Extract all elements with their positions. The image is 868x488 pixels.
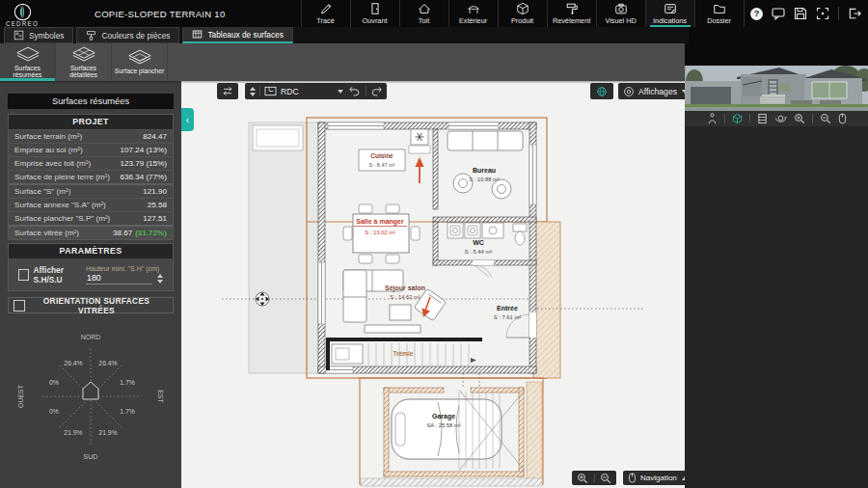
symbols-icon <box>14 30 24 41</box>
north-arrow <box>416 157 424 183</box>
orbit-button[interactable] <box>774 113 787 124</box>
room-label-bureau[interactable]: Bureau S : 10.88 m² <box>469 167 500 182</box>
floor-plan-canvas[interactable]: Cuisine S : 8.47 m² Bureau S : 10.88 m² … <box>181 81 685 488</box>
zoom-in-button[interactable] <box>577 473 588 484</box>
floor-stepper[interactable] <box>250 87 256 96</box>
stairs-direction-arrow <box>471 358 476 363</box>
undo-redo-group <box>344 83 387 99</box>
help-button[interactable]: ? <box>750 8 763 20</box>
folder-icon <box>713 2 726 15</box>
floors-button[interactable] <box>757 113 768 124</box>
3d-view-button[interactable] <box>732 113 743 124</box>
undo-button[interactable] <box>348 86 361 96</box>
menu-toit[interactable]: Toit <box>399 0 448 27</box>
svg-text:Salle à manger: Salle à manger <box>356 218 404 226</box>
preview-zoom-in-button[interactable] <box>794 113 805 124</box>
room-label-wc[interactable]: WC S : 5.44 m² <box>465 239 492 255</box>
car[interactable] <box>392 399 502 459</box>
sun-position-button[interactable] <box>590 83 613 99</box>
affichages-dropdown[interactable]: Affichages <box>618 83 685 99</box>
menu-visuel-hd[interactable]: Visuel HD <box>596 0 645 27</box>
window-actions: ? <box>750 0 862 27</box>
exit-button[interactable] <box>848 7 862 20</box>
feedback-button[interactable] <box>772 7 785 20</box>
exit-door-icon <box>848 7 862 20</box>
chat-bubble-icon <box>772 7 785 20</box>
redo-button[interactable] <box>370 86 383 96</box>
save-button[interactable] <box>794 7 807 20</box>
move-handle[interactable] <box>256 292 269 306</box>
sidebar-collapse-button[interactable]: ‹ <box>181 108 194 131</box>
navigation-dropdown[interactable]: Navigation <box>623 471 685 485</box>
wc-fixtures[interactable] <box>448 223 527 245</box>
terrace-deck[interactable] <box>249 122 318 373</box>
menu-produit[interactable]: Produit <box>498 0 547 27</box>
garage[interactable] <box>360 373 543 486</box>
orientation-checkbox[interactable] <box>14 300 25 312</box>
tab-symboles[interactable]: Symboles <box>4 27 73 43</box>
compass-north-label: NORD <box>81 334 101 340</box>
roof-icon <box>418 2 431 15</box>
subtab-surface-plancher[interactable]: Surface plancher <box>112 43 168 81</box>
preview-toolbar <box>685 111 868 126</box>
sidebar-title: Surfaces résumées <box>8 94 174 109</box>
subtab-surfaces-detaillees[interactable]: Surfaces détaillées <box>56 43 112 81</box>
svg-text:S : 13.02 m²: S : 13.02 m² <box>365 230 395 235</box>
svg-text:Cuisine: Cuisine <box>370 152 393 159</box>
iso-surfaces-detail-icon <box>71 46 96 63</box>
menu-revetement[interactable]: Revêtement <box>547 0 596 27</box>
3d-preview[interactable] <box>685 66 868 111</box>
orientation-header: ORIENTATION SURFACES VITRÉES <box>8 297 174 313</box>
stepper-down-icon[interactable] <box>157 280 163 284</box>
compass-east-label: EST <box>157 390 164 403</box>
cedreo-logo-icon <box>14 3 32 21</box>
afficher-shsu-checkbox[interactable] <box>18 269 29 281</box>
compass-south-label: SUD <box>84 453 98 460</box>
preview-mouse-button[interactable] <box>838 113 847 124</box>
tab-couleurs-de-pieces[interactable]: Couleurs de pièces <box>76 27 179 43</box>
walkthrough-button[interactable] <box>707 113 718 124</box>
floor-plan: Cuisine S : 8.47 m² Bureau S : 10.88 m² … <box>181 81 685 488</box>
subtab-surfaces-resumees[interactable]: Surfaces résumées <box>0 43 56 81</box>
zoom-out-button[interactable] <box>600 473 611 484</box>
menu-dossier[interactable]: Dossier <box>694 0 745 27</box>
connection-dashes <box>463 373 479 388</box>
svg-text:21.9%: 21.9% <box>98 429 117 436</box>
room-label-entree[interactable]: Entrée S : 7.61 m² <box>494 305 521 320</box>
floor-selector[interactable]: RDC <box>245 83 348 99</box>
room-label-sejour[interactable]: Séjour salon S : 14.62 m² <box>385 285 425 300</box>
surface-row: Emprise au sol (m²)107.24 (13%) <box>9 143 173 156</box>
center-view-button[interactable] <box>816 7 829 20</box>
bureau-furniture[interactable] <box>448 131 523 199</box>
sync-view-button[interactable] <box>217 83 238 99</box>
iso-surfaces-icon <box>15 46 41 63</box>
app-logo[interactable]: CEDREO <box>0 1 44 27</box>
preview-zoom-out-button[interactable] <box>820 113 831 124</box>
menu-ouvrant[interactable]: Ouvrant <box>350 0 399 27</box>
menu-exterieur[interactable]: Extérieur <box>448 0 498 27</box>
brand-label: CEDREO <box>6 20 39 27</box>
camera-icon <box>614 2 628 15</box>
svg-text:Entrée: Entrée <box>497 305 518 312</box>
compass-west-label: OUEST <box>17 384 24 408</box>
pencil-icon <box>319 2 333 15</box>
svg-text:Trémie: Trémie <box>393 350 414 357</box>
room-label-tremie[interactable]: Trémie <box>393 350 414 357</box>
surfaces-sidebar: Surfaces résumées PROJET Surface terrain… <box>0 81 181 488</box>
hauteur-min-label: Hauteur mini. "S.H" (cm) <box>86 265 163 272</box>
table-grid-icon <box>192 29 203 40</box>
parameters-panel: PARAMÈTRES Afficher S.H/S.U Hauteur mini… <box>8 243 174 291</box>
menu-indications[interactable]: Indications <box>645 0 694 27</box>
awning-icon <box>467 2 480 15</box>
surface-vitree-row: Surface vitrée (m²) 38.67(31.72%) <box>9 225 173 239</box>
mouse-icon <box>628 473 637 483</box>
svg-text:Garage: Garage <box>432 413 455 420</box>
stepper-up-icon[interactable] <box>157 274 163 278</box>
living-room-furniture[interactable] <box>343 270 447 333</box>
hauteur-min-stepper[interactable] <box>157 274 163 284</box>
tab-tableaux-de-surfaces[interactable]: Tableaux de surfaces <box>182 26 292 43</box>
svg-text:0%: 0% <box>49 379 59 386</box>
app-root: { "app": { "brand": "CEDREO", "title": "… <box>0 0 868 488</box>
hauteur-min-input[interactable] <box>86 273 152 285</box>
menu-trace[interactable]: Tracé <box>301 0 350 27</box>
